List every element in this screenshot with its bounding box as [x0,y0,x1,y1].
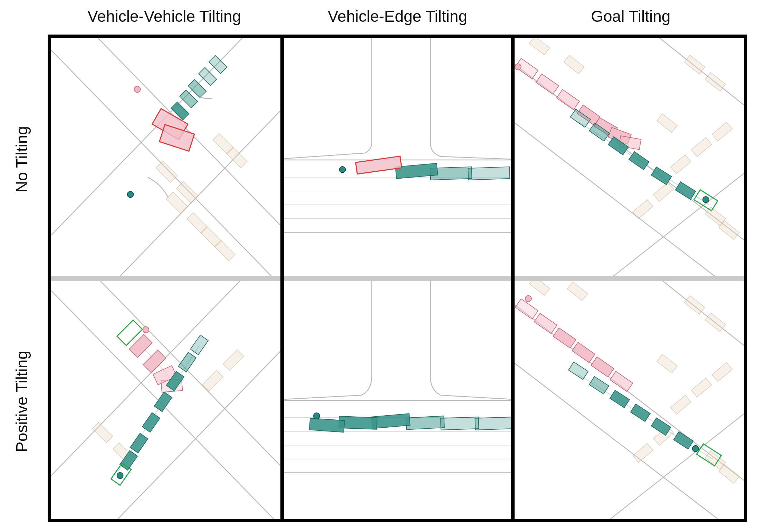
panel-svg-r1c2 [513,278,744,519]
panel-svg-r1c1 [282,278,513,519]
svg-rect-87 [719,465,739,483]
svg-point-101 [692,446,699,452]
svg-rect-82 [691,378,712,397]
col-header-goal: Goal Tilting [514,7,747,31]
panel-svg-r0c1 [282,38,513,278]
row-label-cell-top: No Tilting [10,38,34,280]
svg-rect-64 [130,433,148,453]
svg-rect-50 [92,422,113,443]
svg-point-75 [313,413,319,419]
svg-point-15 [127,191,134,198]
svg-rect-14 [160,125,194,151]
panel-grid [48,35,747,522]
col-header-vehicle-edge: Vehicle-Edge Tilting [281,7,514,31]
svg-rect-9 [199,67,217,85]
svg-rect-35 [536,74,559,94]
panel-svg-r1c0 [51,278,282,519]
svg-rect-23 [564,55,584,74]
figure-page: Vehicle-Vehicle Tilting Vehicle-Edge Til… [0,0,757,532]
svg-rect-93 [610,371,633,392]
svg-rect-89 [534,313,557,334]
panel-r0c0 [51,38,282,278]
svg-rect-30 [633,200,653,219]
svg-rect-84 [633,444,653,463]
svg-rect-7 [227,147,247,168]
teal-bus-safe [309,414,513,432]
svg-rect-76 [529,278,550,295]
svg-rect-29 [712,122,732,141]
svg-rect-92 [591,357,614,377]
svg-point-16 [134,86,141,92]
svg-rect-31 [653,182,674,201]
svg-rect-8 [209,55,227,73]
figure-grid: Vehicle-Vehicle Tilting Vehicle-Edge Til… [10,7,747,522]
svg-rect-88 [515,299,538,319]
svg-point-48 [515,64,521,70]
svg-rect-71 [406,416,444,430]
svg-rect-63 [142,412,160,432]
svg-rect-80 [657,354,677,373]
row-label-no-tilting: No Tilting [12,126,31,192]
svg-rect-53 [223,350,243,370]
row-labels: No Tilting Positive Tilting [10,38,34,522]
svg-rect-20 [356,156,402,174]
svg-rect-36 [557,89,579,110]
row-label-cell-bottom: Positive Tilting [10,280,34,522]
svg-rect-25 [705,73,726,91]
svg-point-67 [143,326,149,333]
svg-rect-99 [674,431,693,449]
svg-rect-78 [684,296,705,314]
col-header-vehicle-vehicle: Vehicle-Vehicle Tilting [48,7,281,31]
bg-agents [92,350,244,464]
svg-rect-5 [214,240,235,261]
svg-rect-60 [178,352,196,372]
svg-rect-77 [567,282,588,301]
panel-r1c2 [513,278,744,519]
svg-point-49 [703,197,709,203]
svg-point-102 [525,296,531,302]
svg-rect-81 [671,395,691,414]
svg-rect-0 [156,161,177,182]
svg-rect-91 [572,342,595,363]
panel-svg-r0c2 [513,38,744,278]
svg-point-68 [117,473,123,479]
panel-r0c2 [513,38,744,278]
panel-svg-r0c0 [51,38,282,278]
panel-r1c1 [282,278,513,519]
panel-r1c0 [51,278,282,519]
svg-rect-17 [468,167,510,180]
svg-rect-69 [475,417,513,430]
svg-rect-83 [712,362,732,381]
panel-r0c1 [282,38,513,278]
teal-trajectory [171,55,227,120]
svg-rect-52 [202,370,223,391]
svg-rect-90 [553,328,576,348]
svg-rect-95 [589,377,609,394]
svg-rect-79 [705,313,726,332]
svg-point-21 [339,167,345,173]
column-headers: Vehicle-Vehicle Tilting Vehicle-Edge Til… [48,7,747,31]
row-label-positive-tilting: Positive Tilting [12,350,31,452]
svg-rect-94 [568,362,588,380]
svg-rect-24 [684,55,705,74]
svg-rect-62 [154,392,172,412]
svg-rect-33 [719,221,739,239]
bg-agents [156,133,247,261]
svg-rect-27 [671,155,691,174]
svg-rect-46 [675,182,696,199]
teal-traj [568,362,713,459]
svg-rect-74 [309,418,344,432]
svg-rect-26 [657,114,677,132]
svg-rect-59 [190,335,208,355]
svg-rect-28 [691,137,712,156]
svg-rect-22 [529,38,550,55]
svg-rect-70 [440,417,479,430]
